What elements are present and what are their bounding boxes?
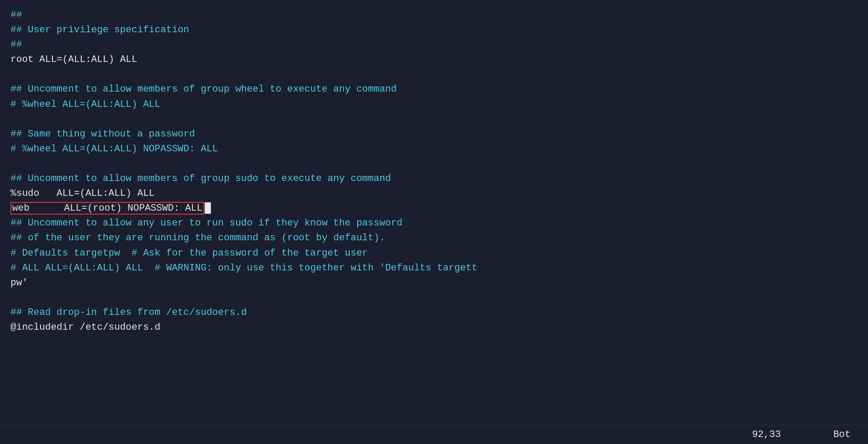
- line-2: ## User privilege specification: [10, 23, 858, 38]
- text-cursor: [205, 202, 211, 214]
- highlighted-text: web ALL=(root) NOPASSWD: ALL: [10, 202, 204, 215]
- line-17: # Defaults targetpw # Ask for the passwo…: [10, 246, 858, 261]
- line-14: web ALL=(root) NOPASSWD: ALL: [10, 201, 858, 216]
- scroll-position: Bot: [833, 429, 851, 440]
- editor-area[interactable]: ## ## User privilege specification ## ro…: [0, 0, 868, 425]
- line-15: ## Uncomment to allow any user to run su…: [10, 216, 858, 231]
- line-13: %sudo ALL=(ALL:ALL) ALL: [10, 186, 858, 201]
- line-empty-2: [10, 112, 858, 127]
- line-18: # ALL ALL=(ALL:ALL) ALL # WARNING: only …: [10, 261, 858, 276]
- line-21: ## Read drop-in files from /etc/sudoers.…: [10, 305, 858, 320]
- line-empty-3: [10, 157, 858, 171]
- line-3: ##: [10, 38, 858, 52]
- line-4: root ALL=(ALL:ALL) ALL: [10, 52, 858, 67]
- line-22: @includedir /etc/sudoers.d: [10, 320, 858, 335]
- line-empty-4: [10, 290, 858, 305]
- line-7: # %wheel ALL=(ALL:ALL) ALL: [10, 97, 858, 112]
- line-6: ## Uncomment to allow members of group w…: [10, 82, 858, 97]
- line-9: ## Same thing without a password: [10, 127, 858, 142]
- line-16: ## of the user they are running the comm…: [10, 231, 858, 246]
- line-10: # %wheel ALL=(ALL:ALL) NOPASSWD: ALL: [10, 142, 858, 157]
- line-empty-1: [10, 67, 858, 82]
- status-bar: 92,33 Bot: [0, 425, 868, 444]
- cursor-position: 92,33: [752, 429, 781, 440]
- line-19: pw': [10, 276, 858, 290]
- line-1: ##: [10, 8, 858, 23]
- line-12: ## Uncomment to allow members of group s…: [10, 171, 858, 186]
